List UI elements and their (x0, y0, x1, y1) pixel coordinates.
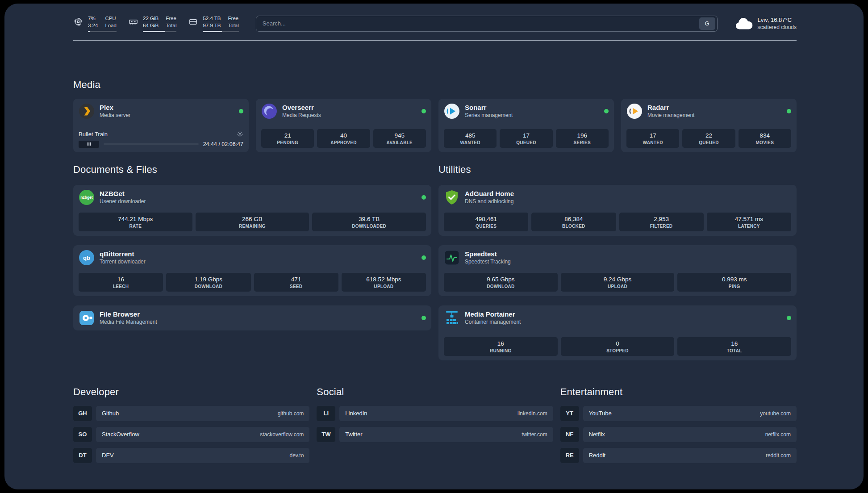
bookmark-abbr: LI (317, 406, 335, 421)
section-title-developer: Developer (73, 386, 309, 398)
svg-text:qb: qb (83, 255, 90, 261)
search-bar: G (256, 16, 718, 32)
bookmark-url: github.com (278, 410, 304, 417)
weather-location: Lviv, 16.87°C (758, 17, 797, 23)
status-dot (421, 316, 426, 320)
service-name: NZBGet (100, 190, 146, 197)
stat: 17WANTED (626, 129, 679, 148)
bookmark-github[interactable]: GH Github github.com (73, 406, 309, 421)
service-card-speedtest[interactable]: Speedtest Speedtest Tracking 9.65 GbpsDO… (438, 245, 797, 296)
radarr-icon (626, 103, 643, 119)
dashboard-panel: 7% CPU 3.24 Load 22 GiB Free (4, 4, 864, 489)
service-card-plex[interactable]: Plex Media server Bullet Train (73, 99, 249, 152)
bookmark-linkedin[interactable]: LI LinkedIn linkedin.com (317, 406, 553, 421)
bookmark-stackoverflow[interactable]: SO StackOverflow stackoverflow.com (73, 427, 309, 442)
bookmarks-section: Developer GH Github github.com SO StackO… (73, 386, 797, 469)
section-title-documents: Documents & Files (73, 164, 431, 175)
bookmark-dev[interactable]: DT DEV dev.to (73, 448, 309, 463)
service-name: Plex (100, 104, 130, 111)
bookmark-url: linkedin.com (517, 410, 547, 417)
cpu-label: CPU (105, 15, 117, 22)
memory-total: 64 GiB (143, 22, 159, 29)
status-dot (421, 255, 426, 260)
bookmark-name: LinkedIn (345, 410, 367, 417)
bookmark-name: Twitter (345, 431, 362, 438)
cloud-icon (734, 17, 753, 30)
nzbget-icon: nzbget (79, 189, 95, 205)
bookmark-abbr: SO (73, 427, 92, 442)
service-subtitle: Torrent downloader (100, 259, 146, 265)
cpu-progress-bar (88, 31, 117, 32)
service-subtitle: Container management (465, 319, 521, 325)
bookmark-youtube[interactable]: YT YouTube youtube.com (560, 406, 797, 421)
stat: 86,384BLOCKED (531, 213, 616, 231)
bookmark-reddit[interactable]: RE Reddit reddit.com (560, 448, 797, 463)
service-card-radarr[interactable]: Radarr Movie management 17WANTED 22QUEUE… (621, 99, 797, 152)
stat: 945AVAILABLE (373, 129, 426, 148)
stat: 744.21 MbpsRATE (79, 213, 192, 231)
pause-icon (87, 142, 91, 146)
plex-icon (79, 103, 95, 119)
status-dot (787, 316, 791, 320)
playback-time: 24:44 / 02:06:47 (203, 141, 243, 147)
stat: 0STOPPED (561, 337, 675, 356)
stat: 266 GBREMAINING (196, 213, 309, 231)
service-card-adguard-home[interactable]: AdGuard Home DNS and adblocking 498,461Q… (438, 185, 797, 236)
search-provider-button[interactable]: G (699, 17, 715, 30)
stat: 9.24 GbpsUPLOAD (561, 273, 675, 292)
stat: 834MOVIES (739, 129, 791, 148)
settings-gear-icon[interactable] (237, 131, 243, 138)
svg-text:nzbget: nzbget (80, 195, 93, 200)
bookmark-name: StackOverflow (102, 431, 139, 438)
service-card-overseerr[interactable]: Overseerr Media Requests 21PENDING 40APP… (256, 99, 431, 152)
speedtest-icon (444, 250, 460, 266)
cpu-percent: 7% (88, 15, 98, 22)
topbar-divider (73, 40, 797, 41)
disk-total: 97.9 TB (203, 22, 221, 29)
service-subtitle: Media server (100, 112, 130, 118)
section-title-social: Social (317, 386, 553, 398)
service-card-nzbget[interactable]: nzbget NZBGet Usenet downloader 744.21 M… (73, 185, 431, 236)
service-name: Speedtest (465, 250, 511, 258)
bookmark-url: reddit.com (766, 452, 791, 459)
service-card-filebrowser[interactable]: File Browser Media File Management (73, 305, 431, 330)
service-name: Sonarr (465, 104, 513, 111)
stat: 17QUEUED (500, 129, 552, 148)
cpu-icon (73, 17, 83, 27)
status-dot (787, 109, 791, 113)
status-dot (421, 195, 426, 200)
search-input[interactable] (256, 20, 697, 27)
service-subtitle: Series management (465, 112, 513, 118)
progress-track[interactable] (104, 143, 199, 145)
bookmark-abbr: YT (560, 406, 579, 421)
disk-progress-bar (203, 31, 238, 32)
weather-widget: Lviv, 16.87°C scattered clouds (734, 17, 797, 30)
bookmark-abbr: TW (317, 427, 335, 442)
bookmark-abbr: RE (560, 448, 579, 463)
pause-button[interactable] (79, 141, 99, 148)
section-documents: Documents & Files nzbget NZBGet Usenet d… (73, 164, 431, 360)
overseerr-icon (261, 103, 277, 119)
section-title-media: Media (73, 79, 797, 91)
memory-free: 22 GiB (143, 15, 159, 22)
service-subtitle: DNS and adblocking (465, 198, 514, 205)
service-card-sonarr[interactable]: Sonarr Series management 485WANTED 17QUE… (438, 99, 614, 152)
service-card-media-portainer[interactable]: Media Portainer Container management 16R… (438, 305, 797, 360)
stat: 1.19 GbpsDOWNLOAD (166, 273, 250, 292)
stat: 16LEECH (79, 273, 163, 292)
section-title-utilities: Utilities (438, 164, 797, 175)
section-media: Media Plex Media server (73, 79, 797, 152)
stat: 196SERIES (556, 129, 609, 148)
stat: 39.6 TBDOWNLOADED (312, 213, 426, 231)
stat: 22QUEUED (682, 129, 735, 148)
service-name: qBittorrent (100, 250, 146, 258)
now-playing-title: Bullet Train (79, 131, 108, 138)
bookmark-netflix[interactable]: NF Netflix netflix.com (560, 427, 797, 442)
bookmark-name: Github (102, 410, 119, 417)
stat: 2,953FILTERED (619, 213, 704, 231)
service-card-qbittorrent[interactable]: qb qBittorrent Torrent downloader 16LEEC… (73, 245, 431, 296)
service-subtitle: Usenet downloader (100, 198, 146, 205)
stat: 47.571 msLATENCY (707, 213, 791, 231)
cpu-load-label: Load (105, 22, 117, 29)
bookmark-twitter[interactable]: TW Twitter twitter.com (317, 427, 553, 442)
